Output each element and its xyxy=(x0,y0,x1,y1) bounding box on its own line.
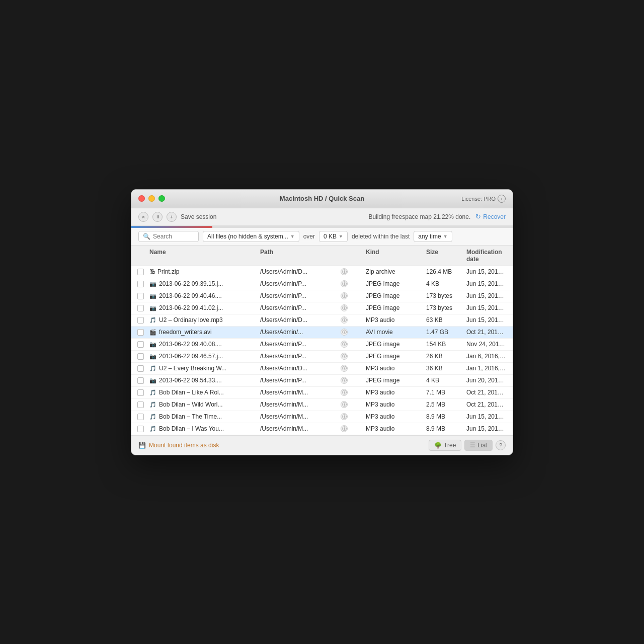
row-info-icon[interactable]: ⓘ xyxy=(339,424,364,433)
table-row[interactable]: 📷 2013-06-22 09.40.46.... /Users/Admin/P… xyxy=(131,290,513,302)
row-info-icon[interactable]: ⓘ xyxy=(339,412,364,421)
info-icon[interactable]: ⓘ xyxy=(341,353,348,360)
row-checkbox[interactable] xyxy=(135,376,147,385)
file-filter-dropdown[interactable]: All files (no hidden & system... ▼ xyxy=(203,231,299,242)
file-icon: 🎵 xyxy=(149,317,156,324)
stop-button[interactable]: × xyxy=(138,212,148,222)
table-row[interactable]: 🗜 Print.zip /Users/Admin/D... ⓘ Zip arch… xyxy=(131,266,513,278)
pause-button[interactable]: ⏸ xyxy=(152,212,163,222)
row-kind: MP3 audio xyxy=(364,400,424,409)
table-row[interactable]: 🎵 Bob Dilan – The Time... /Users/Admin/M… xyxy=(131,411,513,423)
info-icon[interactable]: ⓘ xyxy=(341,365,348,372)
info-icon[interactable]: ⓘ xyxy=(341,316,348,324)
info-icon[interactable]: ⓘ xyxy=(341,425,348,432)
row-size: 4 KB xyxy=(424,376,464,385)
info-icon[interactable]: ⓘ xyxy=(341,280,348,287)
file-icon: 🎵 xyxy=(149,365,156,372)
row-info-icon[interactable]: ⓘ xyxy=(339,340,364,349)
row-path: /Users/Admin/... xyxy=(258,328,339,337)
info-icon[interactable]: ⓘ xyxy=(341,413,348,420)
row-checkbox[interactable] xyxy=(135,413,147,421)
info-icon[interactable]: ⓘ xyxy=(341,268,348,275)
progress-text: Building freespace map 21.22% done. xyxy=(369,213,471,220)
row-kind: JPEG image xyxy=(364,303,424,312)
size-dropdown[interactable]: 0 KB ▼ xyxy=(319,231,348,242)
row-name: 📷 2013-06-22 09.54.33.... xyxy=(147,376,258,385)
row-date: Jun 15, 2016, 21:20:55 xyxy=(464,279,509,288)
search-input[interactable] xyxy=(153,233,193,240)
mount-button[interactable]: 💾 Mount found items as disk xyxy=(138,442,219,449)
file-icon: 🎵 xyxy=(149,426,156,432)
row-name: 🎵 Bob Dilan – The Time... xyxy=(147,412,258,421)
row-size: 8.9 MB xyxy=(424,412,464,421)
row-info-icon[interactable]: ⓘ xyxy=(339,267,364,276)
help-button[interactable]: ? xyxy=(496,440,506,450)
row-path: /Users/Admin/P... xyxy=(258,279,339,288)
row-info-icon[interactable]: ⓘ xyxy=(339,328,364,337)
table-row[interactable]: 📷 2013-06-22 09.39.15.j... /Users/Admin/… xyxy=(131,278,513,290)
recover-button[interactable]: ↻ Recover xyxy=(475,213,506,220)
info-icon[interactable]: ⓘ xyxy=(341,304,348,311)
file-icon: 🎬 xyxy=(149,329,156,336)
save-session-button[interactable]: Save session xyxy=(181,213,216,220)
row-info-icon[interactable]: ⓘ xyxy=(339,352,364,361)
time-dropdown[interactable]: any time ▼ xyxy=(414,231,452,242)
table-row[interactable]: 📷 2013-06-22 09.54.33.... /Users/Admin/P… xyxy=(131,375,513,387)
row-info-icon[interactable]: ⓘ xyxy=(339,388,364,397)
row-info-icon[interactable]: ⓘ xyxy=(339,400,364,409)
row-info-icon[interactable]: ⓘ xyxy=(339,376,364,385)
row-date: Oct 21, 2014, 11:10:02 xyxy=(464,328,509,337)
row-info-icon[interactable]: ⓘ xyxy=(339,291,364,300)
row-checkbox[interactable] xyxy=(135,292,147,300)
table-row[interactable]: 🎬 freedom_writers.avi /Users/Admin/... ⓘ… xyxy=(131,327,513,339)
row-checkbox[interactable] xyxy=(135,364,147,373)
info-icon[interactable]: ⓘ xyxy=(341,377,348,384)
minimize-button[interactable] xyxy=(148,195,155,202)
row-checkbox[interactable] xyxy=(135,328,147,337)
mount-icon: 💾 xyxy=(138,442,146,449)
row-checkbox[interactable] xyxy=(135,280,147,288)
row-checkbox[interactable] xyxy=(135,268,147,276)
table-row[interactable]: 🎵 U2 – Every Breaking W... /Users/Admin/… xyxy=(131,363,513,375)
table-row[interactable]: 📷 2013-06-22 09.40.08.... /Users/Admin/P… xyxy=(131,339,513,351)
chevron-down-icon: ▼ xyxy=(339,234,343,239)
tree-view-button[interactable]: 🌳 Tree xyxy=(429,440,461,451)
row-checkbox[interactable] xyxy=(135,400,147,409)
row-info-icon[interactable]: ⓘ xyxy=(339,279,364,288)
list-view-button[interactable]: ☰ List xyxy=(464,440,493,451)
row-size: 4 KB xyxy=(424,279,464,288)
row-info-icon[interactable]: ⓘ xyxy=(339,315,364,325)
row-size: 8.9 MB xyxy=(424,424,464,433)
add-button[interactable]: + xyxy=(167,212,177,222)
license-badge: License: PRO i xyxy=(461,195,506,203)
row-checkbox[interactable] xyxy=(135,388,147,397)
close-button[interactable] xyxy=(138,195,145,202)
row-date: Oct 21, 2014, 10:40:00 xyxy=(464,388,509,397)
row-path: /Users/Admin/P... xyxy=(258,340,339,349)
row-kind: JPEG image xyxy=(364,340,424,349)
row-checkbox[interactable] xyxy=(135,352,147,361)
table-row[interactable]: 🎵 U2 – Ordinary love.mp3 /Users/Admin/D.… xyxy=(131,314,513,327)
row-info-icon[interactable]: ⓘ xyxy=(339,303,364,312)
row-path: /Users/Admin/D... xyxy=(258,364,339,373)
search-box[interactable]: 🔍 xyxy=(138,231,199,242)
info-icon[interactable]: ⓘ xyxy=(341,341,348,348)
row-checkbox[interactable] xyxy=(135,304,147,312)
row-kind: MP3 audio xyxy=(364,424,424,433)
table-row[interactable]: 🎵 Bob Dilan – Wild Worl... /Users/Admin/… xyxy=(131,399,513,411)
row-path: /Users/Admin/P... xyxy=(258,291,339,300)
table-row[interactable]: 🎵 Bob Dilan – I Was You... /Users/Admin/… xyxy=(131,423,513,435)
info-icon[interactable]: ⓘ xyxy=(341,292,348,299)
table-row[interactable]: 📷 2013-06-22 09.46.57.j... /Users/Admin/… xyxy=(131,351,513,363)
row-checkbox[interactable] xyxy=(135,425,147,433)
table-row[interactable]: 🎵 Bob Dilan – Like A Rol... /Users/Admin… xyxy=(131,387,513,399)
row-checkbox[interactable] xyxy=(135,316,147,325)
info-icon[interactable]: ⓘ xyxy=(341,401,348,408)
row-info-icon[interactable]: ⓘ xyxy=(339,364,364,373)
maximize-button[interactable] xyxy=(158,195,165,202)
chevron-down-icon: ▼ xyxy=(443,234,448,239)
info-icon[interactable]: ⓘ xyxy=(341,389,348,396)
info-icon[interactable]: ⓘ xyxy=(341,329,348,336)
table-row[interactable]: 📷 2013-06-22 09.41.02.j... /Users/Admin/… xyxy=(131,302,513,314)
row-checkbox[interactable] xyxy=(135,340,147,349)
